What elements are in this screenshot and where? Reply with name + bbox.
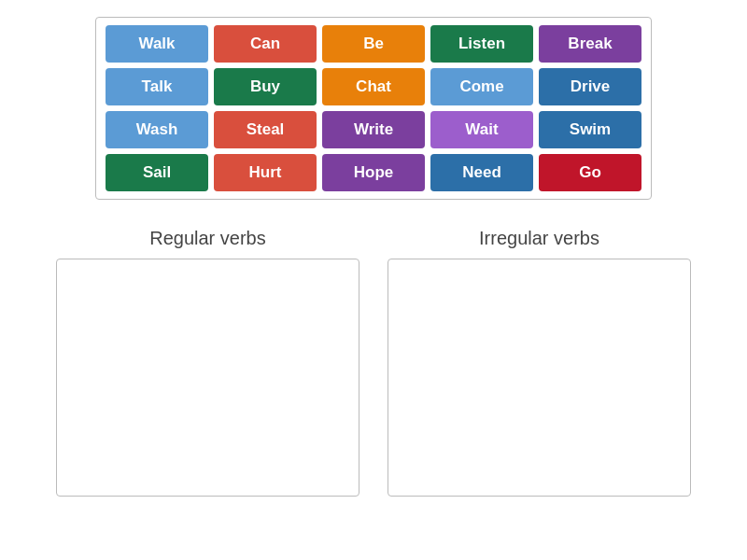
word-tile-buy[interactable]: Buy [214, 68, 317, 105]
regular-verbs-category: Regular verbs [56, 228, 359, 497]
word-tile-hope[interactable]: Hope [322, 154, 425, 191]
irregular-verbs-dropzone[interactable] [388, 259, 691, 497]
word-tile-swim[interactable]: Swim [539, 111, 641, 148]
word-tile-come[interactable]: Come [430, 68, 533, 105]
word-tile-talk[interactable]: Talk [106, 68, 208, 105]
word-tile-steal[interactable]: Steal [214, 111, 317, 148]
word-tile-can[interactable]: Can [214, 25, 317, 63]
word-tile-wash[interactable]: Wash [106, 111, 208, 148]
word-tile-sail[interactable]: Sail [106, 154, 208, 191]
word-tile-need[interactable]: Need [430, 154, 533, 191]
irregular-verbs-category: Irregular verbs [388, 228, 691, 497]
word-bank: WalkCanBeListenBreakTalkBuyChatComeDrive… [95, 17, 652, 200]
word-tile-go[interactable]: Go [539, 154, 641, 191]
regular-verbs-dropzone[interactable] [56, 259, 359, 497]
categories-container: Regular verbs Irregular verbs [56, 228, 691, 497]
irregular-verbs-label: Irregular verbs [479, 228, 599, 249]
word-tile-listen[interactable]: Listen [430, 25, 533, 63]
regular-verbs-label: Regular verbs [149, 228, 266, 249]
word-tile-break[interactable]: Break [539, 25, 641, 63]
word-tile-be[interactable]: Be [322, 25, 425, 63]
word-tile-walk[interactable]: Walk [106, 25, 208, 63]
word-tile-chat[interactable]: Chat [322, 68, 425, 105]
word-tile-wait[interactable]: Wait [430, 111, 533, 148]
word-tile-drive[interactable]: Drive [539, 68, 641, 105]
word-tile-write[interactable]: Write [322, 111, 425, 148]
word-tile-hurt[interactable]: Hurt [214, 154, 317, 191]
